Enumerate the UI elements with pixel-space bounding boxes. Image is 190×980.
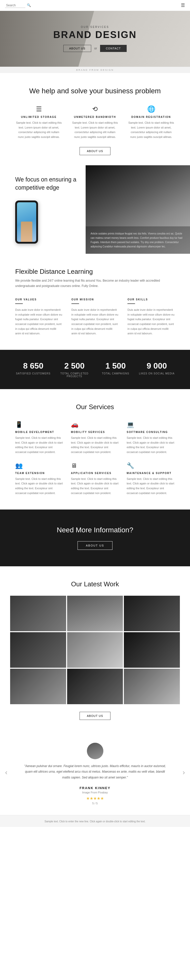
cta-about-button[interactable]: ABOUT US — [78, 541, 112, 550]
application-icon: 🖥 — [71, 462, 119, 469]
bandwidth-title: UNMETERED BANDWIDTH — [71, 116, 119, 118]
search-icon[interactable]: 🔍 — [27, 3, 31, 7]
storage-text: Sample text. Click to start editing this… — [15, 121, 63, 139]
help-title: We help and solve your business problem — [15, 87, 175, 95]
learning-subtitle: We provide flexible and 24/7 online lear… — [15, 278, 175, 288]
testimonial-left-arrow[interactable]: ‹ — [5, 768, 7, 776]
team-icon: 👥 — [15, 462, 63, 469]
hero-buttons: ABOUT US or CONTACT — [53, 45, 136, 52]
nav-search-area: 🔍 — [5, 3, 31, 8]
service-mobile: 📱 MOBILE DEVELOPMENT Sample text. Click … — [15, 421, 63, 455]
application-text: Sample text. Click to start editing this… — [71, 477, 119, 496]
values-grid: OUR VALUES Duis aute irure dolor in repr… — [15, 298, 175, 336]
maintenance-text: Sample text. Click to start editing this… — [127, 477, 175, 496]
services-title: Our Services — [15, 403, 175, 411]
testimonial-avatar — [87, 743, 103, 759]
skills-divider — [127, 304, 135, 304]
service-application: 🖥 APPLICATION SERVICES Sample text. Clic… — [71, 462, 119, 496]
help-about-button[interactable]: ABOUT US — [79, 147, 111, 155]
about-us-button[interactable]: ABOUT US — [63, 45, 91, 52]
portfolio-item-5[interactable] — [67, 632, 123, 668]
stat-campaigns-label: Total Campaigns — [98, 372, 134, 375]
service-mobility: 🚗 MOBILITY SERVICES Sample text. Click t… — [71, 421, 119, 455]
team-text: Sample text. Click to start editing this… — [15, 477, 63, 496]
testimonial-right-arrow[interactable]: › — [183, 768, 185, 776]
testimonial-name: FRANK KINNEY — [23, 786, 167, 790]
portfolio-item-8[interactable] — [67, 669, 123, 704]
contact-button[interactable]: CONTACT — [100, 45, 127, 52]
portfolio-item-6[interactable] — [124, 632, 180, 668]
portfolio-item-4[interactable] — [10, 632, 66, 668]
testimonial-section: ‹ › "Aenean pulvinar dui ornare. Feugiat… — [0, 730, 190, 815]
avatar-img — [87, 743, 103, 759]
stairs-text-overlay: Article sodales primis tristique feugiat… — [86, 226, 190, 254]
maintenance-title: MAINTENANCE & SUPPORT — [127, 472, 175, 474]
portfolio-item-2[interactable] — [67, 596, 123, 631]
stairs-image: Article sodales primis tristique feugiat… — [86, 165, 190, 254]
stat-social-label: Likes on Social Media — [139, 372, 175, 375]
software-icon: 💻 — [127, 421, 175, 428]
value-values: OUR VALUES Duis aute irure dolor in repr… — [15, 298, 63, 336]
service-team: 👥 TEAM EXTENSION Sample text. Click to s… — [15, 462, 63, 496]
portfolio-about-button[interactable]: ABOUT US — [79, 712, 111, 720]
portfolio-item-9[interactable] — [124, 669, 180, 704]
feature-domain: 🌐 DOMAIN REGISTRATION Sample text. Click… — [127, 105, 175, 139]
storage-icon: ☰ — [15, 105, 63, 113]
service-software: 💻 SOFTWARE CONSULTING Sample text. Click… — [127, 421, 175, 455]
services-grid: 📱 MOBILE DEVELOPMENT Sample text. Click … — [15, 421, 175, 496]
mobility-icon: 🚗 — [71, 421, 119, 428]
mobility-title: MOBILITY SERVICES — [71, 431, 119, 433]
skills-title: OUR SKILLS — [127, 298, 175, 301]
service-maintenance: 🔧 MAINTENANCE & SUPPORT Sample text. Cli… — [127, 462, 175, 496]
mobility-text: Sample text. Click to start editing this… — [71, 436, 119, 455]
mission-text: Duis aute irure dolor in reprehenderit i… — [71, 307, 119, 336]
mobile-icon: 📱 — [15, 421, 63, 428]
portfolio-section: Our Latest Work ABOUT US — [0, 566, 190, 730]
values-divider — [15, 304, 23, 304]
portfolio-title: Our Latest Work — [10, 580, 180, 588]
stat-social: 9 000 Likes on Social Media — [139, 361, 175, 378]
help-section: We help and solve your business problem … — [0, 73, 190, 165]
search-input[interactable] — [5, 3, 25, 8]
maintenance-icon: 🔧 — [127, 462, 175, 469]
application-title: APPLICATION SERVICES — [71, 472, 119, 474]
features-grid: ☰ UNLIMITED STORAGE Sample text. Click t… — [15, 105, 175, 139]
feature-storage: ☰ UNLIMITED STORAGE Sample text. Click t… — [15, 105, 63, 139]
focus-overlay-text: Article sodales primis tristique feugiat… — [91, 231, 185, 249]
stat-customers-label: Satisfied Customers — [15, 372, 51, 375]
values-text: Duis aute irure dolor in reprehenderit i… — [15, 307, 63, 336]
portfolio-item-1[interactable] — [10, 596, 66, 631]
feature-bandwidth: ⟲ UNMETERED BANDWIDTH Sample text. Click… — [71, 105, 119, 139]
values-title: OUR VALUES — [15, 298, 63, 301]
phone-screen — [17, 202, 36, 242]
stats-section: 8 650 Satisfied Customers 2 500 Total Co… — [0, 350, 190, 389]
phone-wrapper — [15, 200, 78, 243]
bandwidth-text: Sample text. Click to start editing this… — [71, 121, 119, 139]
bandwidth-icon: ⟲ — [71, 105, 119, 113]
hero-or-text: or — [94, 47, 97, 50]
focus-text-col: We focus on ensuring a competitive edge — [0, 165, 86, 254]
stat-campaigns-number: 1 500 — [98, 361, 134, 371]
focus-section: We focus on ensuring a competitive edge … — [0, 165, 190, 254]
bottom-banner-text: Sample text. Click to enter the new line… — [44, 820, 146, 823]
hero-section: OUR SERVICES BRAND DESIGN ABOUT US or CO… — [0, 11, 190, 67]
bottom-banner: Sample text. Click to enter the new line… — [0, 815, 190, 827]
team-title: TEAM EXTENSION — [15, 472, 63, 474]
hero-subtitle: OUR SERVICES — [53, 25, 136, 29]
stat-projects: 2 500 Total Completed Projects — [57, 361, 93, 378]
hamburger-icon[interactable]: ☰ — [181, 3, 185, 8]
value-skills: OUR SKILLS Duis aute irure dolor in repr… — [127, 298, 175, 336]
brand-footer: BRAND FROM DESIGN — [0, 67, 190, 73]
focus-title: We focus on ensuring a competitive edge — [15, 175, 78, 192]
phone-mockup — [15, 200, 38, 243]
testimonial-quote: "Aenean pulvinar dui ornare. Feugiat lor… — [23, 763, 167, 781]
stat-customers: 8 650 Satisfied Customers — [15, 361, 51, 378]
domain-text: Sample text. Click to start editing this… — [127, 121, 175, 139]
software-text: Sample text. Click to start editing this… — [127, 436, 175, 455]
services-section: Our Services 📱 MOBILE DEVELOPMENT Sample… — [0, 389, 190, 509]
hero-content: OUR SERVICES BRAND DESIGN ABOUT US or CO… — [53, 25, 136, 52]
portfolio-grid — [10, 596, 180, 704]
stat-social-number: 9 000 — [139, 361, 175, 371]
portfolio-item-7[interactable] — [10, 669, 66, 704]
portfolio-item-3[interactable] — [124, 596, 180, 631]
